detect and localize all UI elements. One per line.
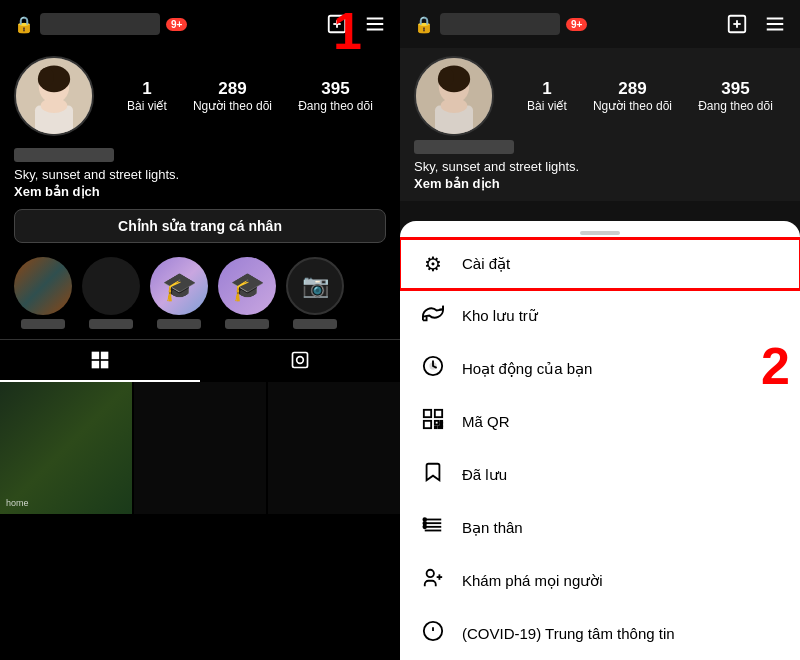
right-stat-posts: 1 Bài viết <box>527 79 567 113</box>
covid-icon <box>420 620 446 647</box>
svg-rect-12 <box>92 352 100 360</box>
right-profile-inner: 1 Bài viết 289 Người theo dõi 395 Đang t… <box>414 56 786 136</box>
grid-cell-2 <box>134 382 266 514</box>
left-posts-count: 1 <box>142 79 151 99</box>
bestfriends-icon <box>420 514 446 541</box>
left-followers-count: 289 <box>218 79 246 99</box>
menu-item-qr[interactable]: Mã QR <box>400 395 800 448</box>
archive-label: Kho lưu trữ <box>462 307 538 325</box>
svg-point-27 <box>439 68 454 87</box>
left-followers-label: Người theo dõi <box>193 99 272 113</box>
svg-point-17 <box>297 357 304 364</box>
right-avatar <box>414 56 494 136</box>
settings-icon: ⚙ <box>420 252 446 276</box>
menu-button[interactable] <box>364 13 386 35</box>
menu-item-saved[interactable]: Đã lưu <box>400 448 800 501</box>
story-label-5 <box>293 319 337 329</box>
right-stats-row: 1 Bài viết 289 Người theo dõi 395 Đang t… <box>514 79 786 113</box>
left-bio-text: Sky, sunset and street lights. <box>14 166 386 184</box>
grid-home-label: home <box>6 498 29 508</box>
right-stat-following[interactable]: 395 Đang theo dõi <box>698 79 773 113</box>
saved-label: Đã lưu <box>462 466 507 484</box>
tagged-tab[interactable] <box>200 340 400 382</box>
right-add-post-button[interactable] <box>726 13 748 35</box>
svg-point-47 <box>427 570 434 577</box>
svg-rect-15 <box>101 361 109 369</box>
menu-item-settings[interactable]: ⚙ Cài đặt <box>400 239 800 289</box>
slide-menu: ⚙ Cài đặt Kho lưu trữ <box>400 221 800 660</box>
right-name-redacted <box>414 140 514 154</box>
right-bio-text: Sky, sunset and street lights. <box>414 158 786 176</box>
left-stat-followers[interactable]: 289 Người theo dõi <box>193 79 272 113</box>
svg-rect-13 <box>101 352 109 360</box>
left-notification-badge: 9+ <box>166 18 187 31</box>
svg-rect-37 <box>435 426 437 428</box>
right-followers-count: 289 <box>618 79 646 99</box>
left-name-redacted <box>14 148 114 162</box>
left-profile-section: 1 Bài viết 289 Người theo dõi 395 Đang t… <box>0 48 400 144</box>
menu-item-bestfriends[interactable]: Bạn thân <box>400 501 800 554</box>
story-3[interactable]: 🎓 <box>150 257 208 329</box>
settings-label: Cài đặt <box>462 255 510 273</box>
story-circle-4: 🎓 <box>218 257 276 315</box>
discover-label: Khám phá mọi người <box>462 572 603 590</box>
right-followers-label: Người theo dõi <box>593 99 672 113</box>
right-panel: 2 🔒 9+ <box>400 0 800 660</box>
handle-bar <box>580 231 620 235</box>
right-menu-button[interactable] <box>764 13 786 35</box>
right-stat-followers[interactable]: 289 Người theo dõi <box>593 79 672 113</box>
story-circle-1 <box>14 257 72 315</box>
left-bio-section: Sky, sunset and street lights. Xem bản d… <box>0 144 400 201</box>
left-stat-following[interactable]: 395 Đang theo dõi <box>298 79 373 113</box>
story-circle-3: 🎓 <box>150 257 208 315</box>
right-username-redacted <box>440 13 560 35</box>
story-circle-5: 📷 <box>286 257 344 315</box>
right-notification-badge: 9+ <box>566 18 587 31</box>
grid-tab[interactable] <box>0 340 200 382</box>
svg-rect-14 <box>92 361 100 369</box>
right-posts-count: 1 <box>542 79 551 99</box>
story-1[interactable] <box>14 257 72 329</box>
saved-icon <box>420 461 446 488</box>
left-panel: 1 🔒 9+ <box>0 0 400 660</box>
svg-point-9 <box>39 68 54 87</box>
left-bio-link[interactable]: Xem bản dịch <box>14 184 386 199</box>
right-profile-section: 1 Bài viết 289 Người theo dõi 395 Đang t… <box>400 48 800 201</box>
left-following-label: Đang theo dõi <box>298 99 373 113</box>
discover-icon <box>420 567 446 594</box>
menu-handle <box>400 221 800 239</box>
bestfriends-label: Bạn thân <box>462 519 523 537</box>
svg-rect-34 <box>424 421 431 428</box>
svg-rect-32 <box>424 410 431 417</box>
left-avatar <box>14 56 94 136</box>
menu-item-covid[interactable]: (COVID-19) Trung tâm thông tin <box>400 607 800 660</box>
activity-label: Hoạt động của bạn <box>462 360 592 378</box>
svg-point-44 <box>423 518 426 521</box>
menu-item-archive[interactable]: Kho lưu trữ <box>400 289 800 342</box>
svg-rect-16 <box>293 353 308 368</box>
left-grid-preview: home <box>0 382 400 660</box>
svg-point-31 <box>429 362 436 369</box>
grid-cell-1: home <box>0 382 132 514</box>
edit-profile-button[interactable]: Chỉnh sửa trang cá nhân <box>14 209 386 243</box>
left-tab-row <box>0 339 400 382</box>
story-4[interactable]: 🎓 <box>218 257 276 329</box>
right-bio-link[interactable]: Xem bản dịch <box>414 176 786 191</box>
story-5[interactable]: 📷 <box>286 257 344 329</box>
right-following-label: Đang theo dõi <box>698 99 773 113</box>
step-1-label: 1 <box>333 5 362 57</box>
menu-item-activity[interactable]: Hoạt động của bạn <box>400 342 800 395</box>
step-2-label: 2 <box>761 340 790 392</box>
left-posts-label: Bài viết <box>127 99 167 113</box>
left-stats-row: 1 Bài viết 289 Người theo dõi 395 Đang t… <box>114 79 386 113</box>
activity-icon <box>420 355 446 382</box>
story-2[interactable] <box>82 257 140 329</box>
right-lock-icon: 🔒 <box>414 15 434 34</box>
qr-label: Mã QR <box>462 413 510 430</box>
right-username-chip: 🔒 9+ <box>414 13 587 35</box>
grid-cell-1-inner: home <box>0 382 132 514</box>
left-username-chip: 🔒 9+ <box>14 13 187 35</box>
left-stat-posts: 1 Bài viết <box>127 79 167 113</box>
archive-icon <box>420 302 446 329</box>
menu-item-discover[interactable]: Khám phá mọi người <box>400 554 800 607</box>
